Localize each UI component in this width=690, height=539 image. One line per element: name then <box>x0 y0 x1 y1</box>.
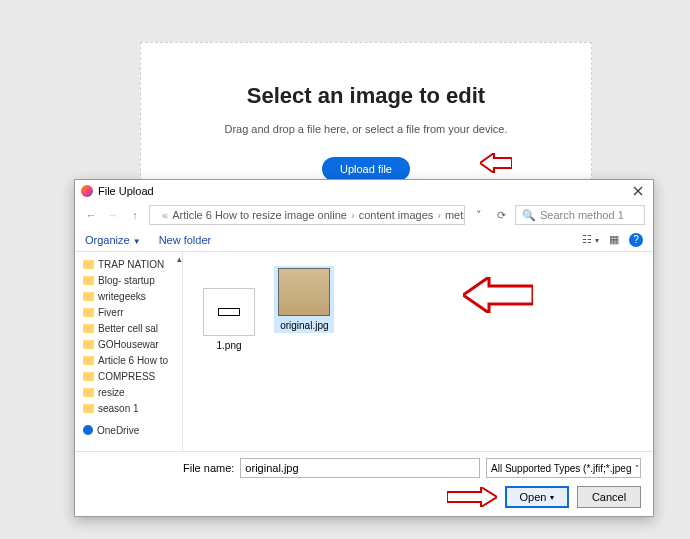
tree-item[interactable]: GOHousewar <box>75 336 182 352</box>
annotation-arrow-icon <box>447 487 497 507</box>
dialog-toolbar: Organize ▼ New folder ☷ ▾ ▦ ? <box>75 228 653 252</box>
tree-item-onedrive[interactable]: OneDrive <box>75 422 182 438</box>
dialog-footer: File name: All Supported Types (*.jfif;*… <box>75 451 653 516</box>
nav-forward-button[interactable]: → <box>105 209 121 221</box>
file-type-filter[interactable]: All Supported Types (*.jfif;*.jpeg˅ <box>486 458 641 478</box>
file-thumb-selected[interactable]: original.jpg <box>274 266 334 333</box>
breadcrumb-segment[interactable]: method 1 <box>445 209 465 221</box>
close-button[interactable] <box>629 182 647 200</box>
firefox-icon <box>81 185 93 197</box>
help-button[interactable]: ? <box>629 233 643 247</box>
tree-scroll-up[interactable]: ▴ <box>177 254 182 264</box>
page-subtitle: Drag and drop a file here, or select a f… <box>141 123 591 135</box>
file-preview-icon <box>278 268 330 316</box>
tree-item-thispc[interactable]: This PC <box>75 444 182 447</box>
file-name-label: 1.png <box>216 340 241 351</box>
filename-label: File name: <box>183 462 234 474</box>
organize-menu[interactable]: Organize ▼ <box>85 234 141 246</box>
tree-item[interactable]: Better cell sal <box>75 320 182 336</box>
dialog-title: File Upload <box>98 185 154 197</box>
nav-back-button[interactable]: ← <box>83 209 99 221</box>
file-preview-icon <box>203 288 255 336</box>
breadcrumb-bar[interactable]: « Article 6 How to resize image online ›… <box>149 205 465 225</box>
dialog-navbar: ← → ↑ « Article 6 How to resize image on… <box>75 202 653 228</box>
folder-tree: TRAP NATION Blog- startup writegeeks Fiv… <box>75 252 183 451</box>
page-title: Select an image to edit <box>141 83 591 109</box>
tree-item[interactable]: Article 6 How to <box>75 352 182 368</box>
tree-item[interactable]: writegeeks <box>75 288 182 304</box>
breadcrumb-segment[interactable]: Article 6 How to resize image online <box>172 209 347 221</box>
filename-input[interactable] <box>240 458 480 478</box>
search-icon: 🔍 <box>522 209 536 222</box>
tree-item[interactable]: TRAP NATION <box>75 256 182 272</box>
search-input[interactable]: 🔍 Search method 1 <box>515 205 645 225</box>
file-list-pane[interactable]: 1.png original.jpg <box>183 252 653 451</box>
annotation-arrow-icon <box>463 277 533 313</box>
file-name-label: original.jpg <box>280 320 328 331</box>
refresh-button[interactable]: ⟳ <box>493 209 509 222</box>
view-mode-button[interactable]: ☷ ▾ <box>582 233 599 246</box>
tree-item[interactable]: COMPRESS <box>75 368 182 384</box>
search-placeholder: Search method 1 <box>540 209 624 221</box>
preview-pane-button[interactable]: ▦ <box>609 233 619 246</box>
new-folder-button[interactable]: New folder <box>159 234 212 246</box>
nav-up-button[interactable]: ↑ <box>127 209 143 221</box>
tree-item[interactable]: resize <box>75 384 182 400</box>
tree-item[interactable]: Blog- startup <box>75 272 182 288</box>
file-thumb[interactable]: 1.png <box>203 288 255 351</box>
tree-item[interactable]: season 1 <box>75 400 182 416</box>
breadcrumb-segment[interactable]: content images <box>359 209 434 221</box>
file-upload-dialog: File Upload ← → ↑ « Article 6 How to res… <box>74 179 654 517</box>
close-icon <box>633 186 643 196</box>
open-button[interactable]: Open▾ <box>505 486 569 508</box>
dialog-titlebar: File Upload <box>75 180 653 202</box>
upload-file-button[interactable]: Upload file <box>322 157 410 181</box>
breadcrumb-dropdown[interactable]: ˅ <box>471 209 487 222</box>
cancel-button[interactable]: Cancel <box>577 486 641 508</box>
tree-item[interactable]: Fiverr <box>75 304 182 320</box>
